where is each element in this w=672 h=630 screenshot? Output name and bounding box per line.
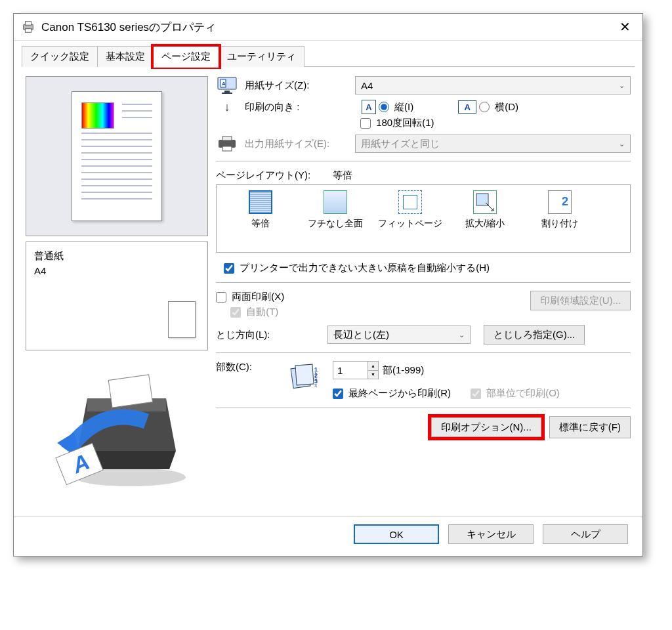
tab-page-setup[interactable]: ページ設定 xyxy=(153,46,219,67)
tab-quick[interactable]: クイック設定 xyxy=(22,46,98,67)
svg-rect-18 xyxy=(295,364,314,385)
svg-rect-12 xyxy=(222,93,232,94)
properties-dialog: Canon TS6130 seriesのプロパティ ✕ クイック設定 基本設定 … xyxy=(13,13,643,556)
help-button[interactable]: ヘルプ xyxy=(543,524,628,544)
titlebar: Canon TS6130 seriesのプロパティ ✕ xyxy=(14,14,642,41)
paper-size-text: A4 xyxy=(34,264,200,279)
layout-scaled[interactable]: 拡大/縮小 xyxy=(448,190,522,230)
rotate-180-checkbox[interactable]: 180度回転(1) xyxy=(360,117,434,129)
binding-select[interactable]: 長辺とじ(左)⌄ xyxy=(327,326,471,344)
svg-rect-4 xyxy=(108,375,152,408)
copies-icon: 1 2 3 1 2 3 xyxy=(288,361,320,392)
orientation-label: 印刷の向き : xyxy=(245,101,348,114)
monitor-icon: A xyxy=(217,77,237,94)
tab-basic[interactable]: 基本設定 xyxy=(97,46,154,67)
svg-text:2: 2 xyxy=(314,377,317,381)
page-preview xyxy=(26,76,208,236)
copies-range: 部(1-999) xyxy=(383,364,424,377)
layout-nup[interactable]: 2割り付け xyxy=(522,190,597,230)
duplex-auto-checkbox: 自動(T) xyxy=(230,306,278,317)
print-options-button[interactable]: 印刷オプション(N)... xyxy=(431,417,541,437)
auto-reduce-checkbox[interactable]: プリンターで出力できない大きい原稿を自動縮小する(H) xyxy=(224,262,490,274)
cancel-button[interactable]: キャンセル xyxy=(448,524,534,544)
svg-text:A: A xyxy=(222,81,226,87)
orientation-portrait[interactable]: A 縦(I) xyxy=(362,100,413,114)
output-size-select: 用紙サイズと同じ⌄ xyxy=(355,135,631,153)
paper-type-text: 普通紙 xyxy=(34,249,200,264)
collate-checkbox: 部単位で印刷(O) xyxy=(471,387,560,400)
page-layout-selector[interactable]: 等倍 フチなし全面 フィットページ 拡大/縮小 2割り付け xyxy=(216,184,631,253)
binding-margin-button[interactable]: とじしろ指定(G)... xyxy=(484,325,585,345)
duplex-checkbox[interactable]: 両面印刷(X) xyxy=(216,291,284,302)
svg-rect-14 xyxy=(222,136,232,140)
ok-button[interactable]: OK xyxy=(354,524,439,544)
paper-size-select[interactable]: A4⌄ xyxy=(355,76,631,94)
printer-illustration: A xyxy=(26,356,208,507)
layout-fit[interactable]: フィットページ xyxy=(373,190,448,230)
copies-spinner[interactable]: ▲▼ xyxy=(333,361,379,379)
rainbow-preview-icon xyxy=(81,102,114,129)
dialog-button-bar: OK キャンセル ヘルプ xyxy=(14,516,642,556)
tab-content: 普通紙 A4 A xyxy=(14,67,642,513)
tab-bar: クイック設定 基本設定 ページ設定 ユーティリティ xyxy=(14,41,642,67)
svg-text:3: 3 xyxy=(314,383,317,388)
page-layout-label: ページレイアウト(Y): xyxy=(216,169,310,182)
svg-rect-11 xyxy=(224,91,230,93)
paper-size-label: 用紙サイズ(Z): xyxy=(245,79,348,92)
layout-borderless[interactable]: フチなし全面 xyxy=(298,190,373,230)
tab-utility[interactable]: ユーティリティ xyxy=(219,46,304,67)
output-size-label: 出力用紙サイズ(E): xyxy=(245,138,348,150)
binding-label: とじ方向(L): xyxy=(216,329,321,341)
svg-text:1: 1 xyxy=(314,371,317,376)
printer-icon xyxy=(20,20,36,34)
copies-label: 部数(C): xyxy=(216,361,282,373)
page-layout-current: 等倍 xyxy=(333,169,352,182)
paper-info-panel: 普通紙 A4 xyxy=(26,242,208,350)
mini-paper-icon xyxy=(168,301,196,338)
close-button[interactable]: ✕ xyxy=(614,18,636,36)
svg-rect-1 xyxy=(25,22,31,26)
restore-defaults-button[interactable]: 標準に戻す(F) xyxy=(549,416,631,438)
layout-normal[interactable]: 等倍 xyxy=(223,190,298,230)
print-area-button: 印刷領域設定(U)... xyxy=(530,291,631,310)
down-arrow-icon: ↓ xyxy=(224,100,230,114)
orientation-landscape[interactable]: A 横(D) xyxy=(458,100,518,114)
window-title: Canon TS6130 seriesのプロパティ xyxy=(41,20,216,35)
printer-small-icon xyxy=(217,136,237,152)
svg-rect-2 xyxy=(25,29,31,33)
print-from-last-checkbox[interactable]: 最終ページから印刷(R) xyxy=(333,387,451,400)
svg-rect-15 xyxy=(222,146,232,151)
